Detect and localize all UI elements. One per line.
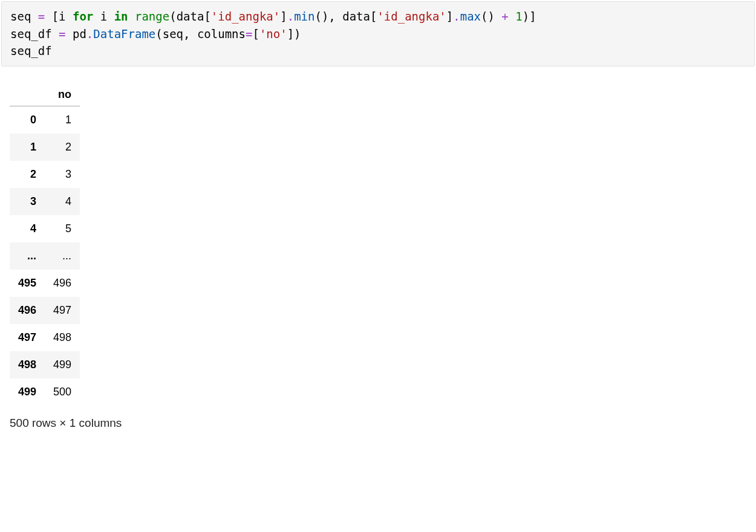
table-row: 495 496	[10, 270, 80, 297]
cell-no: 4	[45, 188, 80, 215]
index-header	[10, 82, 45, 106]
cell-no: 3	[45, 161, 80, 188]
row-index: 3	[10, 188, 45, 215]
code-text: seq = [i for i in range(data['id_angka']…	[10, 10, 536, 57]
dataframe-summary: 500 rows × 1 columns	[10, 417, 746, 430]
table-row: 0 1	[10, 106, 80, 134]
row-index: 496	[10, 297, 45, 324]
table-row: 497 498	[10, 324, 80, 351]
row-index: ...	[10, 242, 45, 270]
table-row: 499 500	[10, 378, 80, 406]
table-row: 3 4	[10, 188, 80, 215]
row-index: 4	[10, 215, 45, 242]
code-cell[interactable]: seq = [i for i in range(data['id_angka']…	[1, 1, 755, 66]
cell-no: 498	[45, 324, 80, 351]
row-index: 0	[10, 106, 45, 134]
column-header-no: no	[45, 82, 80, 106]
cell-no: 499	[45, 351, 80, 378]
cell-no: 497	[45, 297, 80, 324]
cell-no: 5	[45, 215, 80, 242]
table-row: 498 499	[10, 351, 80, 378]
row-index: 498	[10, 351, 45, 378]
cell-no: ...	[45, 242, 80, 270]
table-row-ellipsis: ... ...	[10, 242, 80, 270]
row-index: 499	[10, 378, 45, 406]
dataframe-table: no 0 1 1 2 2 3 3 4 4 5	[10, 82, 80, 406]
output-area: no 0 1 1 2 2 3 3 4 4 5	[0, 76, 756, 440]
table-row: 496 497	[10, 297, 80, 324]
table-row: 4 5	[10, 215, 80, 242]
cell-no: 496	[45, 270, 80, 297]
table-row: 2 3	[10, 161, 80, 188]
cell-no: 1	[45, 106, 80, 134]
row-index: 495	[10, 270, 45, 297]
row-index: 2	[10, 161, 45, 188]
cell-no: 500	[45, 378, 80, 406]
row-index: 497	[10, 324, 45, 351]
cell-no: 2	[45, 134, 80, 161]
table-row: 1 2	[10, 134, 80, 161]
row-index: 1	[10, 134, 45, 161]
